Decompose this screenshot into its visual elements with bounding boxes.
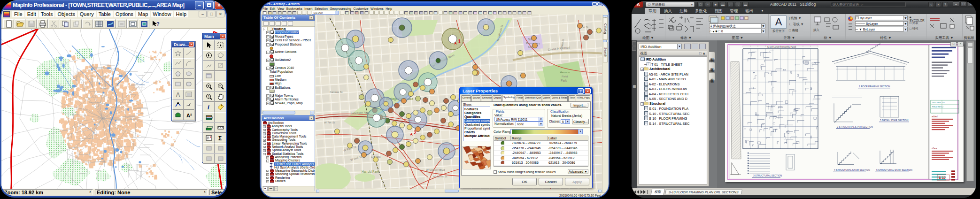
svg-text:5 DETAIL STAIR SECTION: 5 DETAIL STAIR SECTION — [880, 119, 909, 122]
svg-text:4 STRUCTURAL STAIR SECTION: 4 STRUCTURAL STAIR SECTION — [834, 169, 870, 171]
svg-text:1: 1 — [458, 38, 461, 44]
svg-text:S-10: S-10 — [939, 176, 946, 179]
svg-text:2 STRUCTURAL STAIR SECTION: 2 STRUCTURAL STAIR SECTION — [837, 126, 873, 128]
svg-text:3 STRUCTURAL SECTION: 3 STRUCTURAL SECTION — [753, 175, 782, 177]
svg-text:A²: A² — [186, 113, 192, 118]
svg-text:?: ? — [208, 95, 209, 98]
svg-text:Σ: Σ — [218, 135, 222, 142]
svg-text:W Vickery Blvd: W Vickery Blvd — [426, 168, 445, 171]
svg-text:Field: Field — [562, 75, 568, 78]
svg-text:0903 7846-102: 0903 7846-102 — [932, 101, 945, 104]
svg-text:6 STRUCTURAL STAIR SECTION: 6 STRUCTURAL STAIR SECTION — [876, 169, 912, 171]
svg-text:1 ROOF FRAMING SECTION: 1 ROOF FRAMING SECTION — [859, 85, 890, 88]
svg-text:A: A — [176, 92, 180, 98]
svg-text:Park: Park — [561, 79, 567, 82]
svg-text:added:: added: — [932, 115, 938, 118]
svg-text:W 7th St: W 7th St — [324, 121, 335, 124]
svg-text:?: ? — [156, 21, 160, 27]
svg-text:2: 2 — [414, 130, 417, 135]
svg-text:S-10 FLOOR FRAMING PLAN: S-10 FLOOR FRAMING PLAN — [767, 46, 796, 48]
svg-text:W Jarvis St: W Jarvis St — [433, 175, 448, 178]
svg-text:s2are:: s2are: — [932, 147, 938, 150]
svg-text:FIELD REV 2: FIELD REV 2 — [932, 106, 943, 108]
svg-text:i: i — [208, 104, 209, 111]
svg-text:Harmon: Harmon — [560, 71, 570, 74]
svg-text:Harrold Park: Harrold Park — [362, 170, 379, 173]
svg-text:Kansas St: Kansas St — [330, 91, 343, 93]
